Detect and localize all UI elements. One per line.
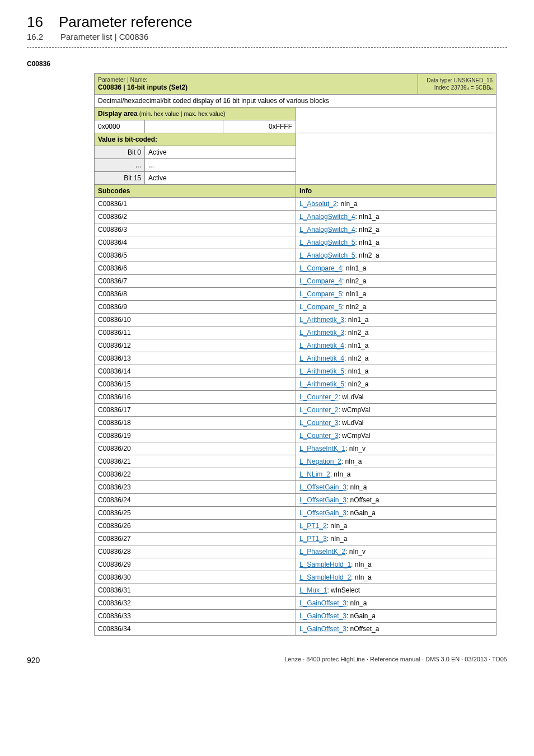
subcode-cell: C00836/29 <box>95 558 296 571</box>
info-link[interactable]: L_AnalogSwitch_4 <box>299 226 355 234</box>
info-link[interactable]: L_Arithmetik_3 <box>299 329 344 337</box>
info-link[interactable]: L_AnalogSwitch_4 <box>299 213 355 221</box>
info-link[interactable]: L_AnalogSwitch_5 <box>299 251 355 259</box>
info-link[interactable]: L_Arithmetik_4 <box>299 342 344 349</box>
info-link[interactable]: L_PhaseIntK_1 <box>299 445 345 452</box>
info-link[interactable]: L_Arithmetik_5 <box>299 380 344 388</box>
subcode-cell: C00836/18 <box>95 417 296 430</box>
info-cell: L_Arithmetik_4: nIn2_a <box>296 352 496 365</box>
info-rest: : wInSelect <box>327 586 360 594</box>
info-link[interactable]: L_GainOffset_3 <box>299 625 346 633</box>
info-rest: : nIn_v <box>345 445 366 452</box>
info-link[interactable]: L_OffsetGain_3 <box>299 509 346 517</box>
info-link[interactable]: L_Arithmetik_3 <box>299 316 344 324</box>
parameter-anchor: C00836 <box>27 60 507 68</box>
info-link[interactable]: L_SampleHold_1 <box>299 561 351 568</box>
info-link[interactable]: L_PhaseIntK_2 <box>299 548 345 556</box>
subcode-cell: C00836/32 <box>95 597 296 610</box>
subcode-cell: C00836/17 <box>95 404 296 417</box>
info-link[interactable]: L_Negation_2 <box>299 458 341 465</box>
info-rest: : nIn1_a <box>344 342 368 349</box>
page-footer: 920 Lenze · 8400 protec HighLine · Refer… <box>27 656 507 665</box>
info-rest: : wLdVal <box>338 419 363 427</box>
info-cell: L_PhaseIntK_2: nIn_v <box>296 545 496 558</box>
param-datatype-cell: Data type: UNSIGNED_16 Index: 23739d = 5… <box>418 74 496 95</box>
info-link[interactable]: L_SampleHold_2 <box>299 573 351 581</box>
info-rest: : nGain_a <box>346 612 376 620</box>
info-rest: : nIn1_a <box>344 316 368 324</box>
section-number: 16.2 <box>27 32 45 41</box>
info-link[interactable]: L_Counter_2 <box>299 406 338 414</box>
subcode-cell: C00836/2 <box>95 211 296 223</box>
subcode-cell: C00836/7 <box>95 275 296 288</box>
subcode-cell: C00836/13 <box>95 352 296 365</box>
info-rest: : nIn1_a <box>344 367 368 375</box>
info-link[interactable]: L_Counter_2 <box>299 393 338 401</box>
info-link[interactable]: L_Counter_3 <box>299 419 338 427</box>
info-cell: L_OffsetGain_3: nIn_a <box>296 481 496 494</box>
info-link[interactable]: L_PT1_3 <box>299 535 327 543</box>
subcode-cell: C00836/28 <box>95 545 296 558</box>
info-link[interactable]: L_NLim_2 <box>299 470 330 478</box>
bitcoded-blank <box>296 133 496 185</box>
info-cell: L_AnalogSwitch_4: nIn2_a <box>296 223 496 236</box>
subcode-cell: C00836/20 <box>95 442 296 455</box>
info-rest: : nIn2_a <box>355 226 379 234</box>
info-rest: : nOffset_a <box>346 625 379 633</box>
info-cell: L_Mux_1: wInSelect <box>296 584 496 597</box>
info-link[interactable]: L_Compare_5 <box>299 290 342 298</box>
info-link[interactable]: L_Counter_3 <box>299 432 338 440</box>
info-cell: L_Absolut_2: nIn_a <box>296 198 496 211</box>
info-cell: L_AnalogSwitch_5: nIn1_a <box>296 236 496 249</box>
subcode-cell: C00836/15 <box>95 378 296 391</box>
info-rest: : nIn_a <box>346 599 367 607</box>
info-link[interactable]: L_Compare_4 <box>299 264 342 272</box>
subcode-cell: C00836/9 <box>95 301 296 314</box>
subcode-cell: C00836/6 <box>95 262 296 275</box>
subcode-cell: C00836/30 <box>95 571 296 584</box>
info-cell: L_Arithmetik_3: nIn2_a <box>296 326 496 339</box>
subcode-cell: C00836/23 <box>95 481 296 494</box>
info-link[interactable]: L_OffsetGain_3 <box>299 483 346 491</box>
info-link[interactable]: L_Absolut_2 <box>299 200 337 208</box>
footer-text: Lenze · 8400 protec HighLine · Reference… <box>284 656 507 665</box>
param-title-cell: Parameter | Name: C00836 | 16-bit inputs… <box>95 74 418 95</box>
info-link[interactable]: L_GainOffset_3 <box>299 612 346 620</box>
info-rest: : nIn_a <box>346 483 367 491</box>
info-link[interactable]: L_PT1_2 <box>299 522 327 530</box>
info-rest: : nIn2_a <box>344 380 368 388</box>
index-pre: Index: 23739 <box>434 85 467 91</box>
info-rest: : nIn1_a <box>342 264 366 272</box>
info-link[interactable]: L_Compare_5 <box>299 303 342 311</box>
info-rest: : nGain_a <box>346 509 376 517</box>
info-link[interactable]: L_Arithmetik_5 <box>299 367 344 375</box>
info-link[interactable]: L_Mux_1 <box>299 586 327 594</box>
display-area-mid <box>145 120 223 133</box>
info-link[interactable]: L_GainOffset_3 <box>299 599 346 607</box>
datatype-line1: Data type: UNSIGNED_16 <box>427 77 493 83</box>
info-link[interactable]: L_AnalogSwitch_5 <box>299 239 355 246</box>
info-cell: L_Compare_4: nIn2_a <box>296 275 496 288</box>
index-mid: = 5CBB <box>469 85 490 91</box>
bit-value: Active <box>145 172 296 185</box>
bit-label: ... <box>95 159 145 172</box>
info-link[interactable]: L_Compare_4 <box>299 277 342 285</box>
info-rest: : nIn_a <box>337 200 358 208</box>
subcode-cell: C00836/27 <box>95 533 296 545</box>
info-link[interactable]: L_OffsetGain_3 <box>299 496 346 504</box>
info-cell: L_Arithmetik_3: nIn1_a <box>296 314 496 326</box>
info-rest: : nIn1_a <box>342 290 366 298</box>
info-cell: L_Arithmetik_4: nIn1_a <box>296 339 496 352</box>
info-rest: : nIn2_a <box>344 329 368 337</box>
info-rest: : nIn2_a <box>355 251 379 259</box>
param-description: Decimal/hexadecimal/bit coded display of… <box>95 95 496 108</box>
divider <box>27 47 507 48</box>
info-rest: : nIn_a <box>327 535 348 543</box>
subcodes-header-left: Subcodes <box>95 185 296 198</box>
info-cell: L_Negation_2: nIn_a <box>296 455 496 468</box>
param-title-small: Parameter | Name: <box>98 76 414 83</box>
info-rest: : nIn2_a <box>342 277 366 285</box>
parameter-table: Parameter | Name: C00836 | 16-bit inputs… <box>94 73 496 636</box>
index-sub1: d <box>467 86 469 91</box>
info-link[interactable]: L_Arithmetik_4 <box>299 354 344 362</box>
